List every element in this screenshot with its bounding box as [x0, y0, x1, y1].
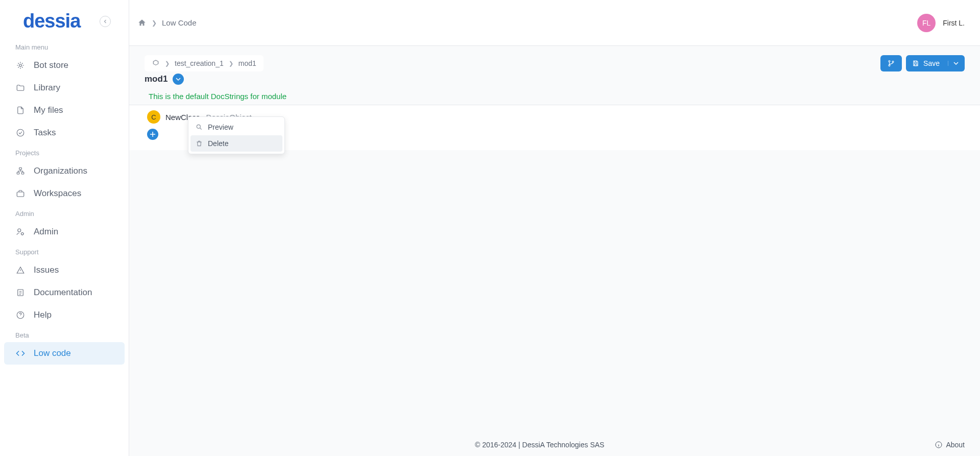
doc-icon [15, 287, 26, 298]
branch-button[interactable] [880, 55, 902, 71]
sidebar-item-label: Help [34, 310, 52, 320]
chevron-right-icon: ❯ [165, 60, 170, 67]
main-area: ❯ Low Code FL First L. ❯ test_creation_1… [129, 0, 980, 456]
svg-point-13 [197, 125, 200, 128]
sidebar-item-label: Admin [34, 227, 58, 237]
content: ❯ test_creation_1 ❯ mod1 Save [129, 46, 980, 456]
user-name[interactable]: First L. [943, 19, 965, 27]
info-icon [935, 441, 943, 449]
trash-icon [196, 140, 203, 147]
footer-about-label: About [946, 441, 965, 449]
svg-point-10 [889, 60, 890, 62]
svg-point-7 [21, 233, 24, 235]
sidebar-item-organizations[interactable]: Organizations [0, 160, 129, 182]
sidebar-item-label: My files [34, 105, 63, 115]
sidebar-item-issues[interactable]: Issues [0, 259, 129, 281]
svg-point-0 [19, 64, 22, 67]
org-icon [15, 166, 26, 176]
sidebar-item-admin[interactable]: Admin [0, 221, 129, 243]
briefcase-icon [15, 188, 26, 199]
home-icon[interactable] [137, 18, 147, 28]
expand-button[interactable] [173, 74, 184, 85]
code-icon [15, 348, 26, 358]
sidebar-item-bot-store[interactable]: Bot store [0, 54, 129, 77]
svg-point-12 [892, 61, 894, 63]
sidebar-item-my-files[interactable]: My files [0, 99, 129, 122]
branch-icon [888, 60, 895, 67]
sidebar-item-library[interactable]: Library [0, 77, 129, 99]
class-area: C NewClass DessiaObject Preview Delete [129, 105, 980, 150]
class-badge: C [147, 110, 160, 124]
footer-copyright: © 2016-2024 | DessiA Technologies SAS [475, 441, 604, 449]
sidebar: dessia Main menu Bot store Library My fi… [0, 0, 129, 456]
toolbar: ❯ test_creation_1 ❯ mod1 Save [129, 46, 980, 71]
module-title: mod1 [145, 74, 168, 84]
breadcrumb-item[interactable]: mod1 [238, 59, 256, 67]
alert-icon [15, 265, 26, 275]
sidebar-item-label: Tasks [34, 128, 56, 138]
svg-rect-5 [17, 192, 24, 197]
sidebar-item-help[interactable]: Help [0, 304, 129, 326]
add-button[interactable] [147, 129, 158, 140]
breadcrumb-item[interactable]: Low Code [162, 18, 197, 27]
file-icon [15, 105, 26, 115]
svg-rect-3 [17, 172, 19, 174]
context-menu-preview[interactable]: Preview [190, 119, 282, 135]
check-icon [15, 128, 26, 138]
context-menu: Preview Delete [188, 116, 285, 154]
plus-icon [150, 131, 156, 137]
module-docstring: This is the default DocStrings for modul… [129, 88, 980, 105]
sidebar-item-label: Library [34, 83, 60, 93]
topbar: ❯ Low Code FL First L. [129, 0, 980, 46]
save-icon [912, 60, 919, 67]
bot-icon [15, 60, 26, 70]
user-gear-icon [15, 227, 26, 237]
svg-rect-4 [21, 172, 24, 174]
sidebar-item-label: Organizations [34, 166, 87, 176]
avatar[interactable]: FL [917, 14, 936, 32]
question-icon [15, 310, 26, 320]
footer-about[interactable]: About [935, 441, 965, 449]
collapse-sidebar-button[interactable] [100, 16, 111, 27]
topbar-right: FL First L. [917, 14, 965, 32]
chevron-down-icon [948, 61, 959, 66]
sidebar-item-documentation[interactable]: Documentation [0, 281, 129, 304]
save-label: Save [923, 59, 940, 67]
logo: dessia [23, 10, 80, 32]
top-breadcrumb: ❯ Low Code [137, 18, 197, 28]
chevron-right-icon: ❯ [152, 19, 157, 27]
menu-section-admin: Admin [0, 205, 129, 221]
content-breadcrumb: ❯ test_creation_1 ❯ mod1 [145, 55, 264, 71]
search-icon [196, 124, 203, 131]
svg-rect-2 [19, 167, 22, 170]
chevron-down-icon [176, 77, 181, 82]
title-row: mod1 [129, 71, 980, 88]
sidebar-item-label: Issues [34, 265, 59, 275]
context-menu-label: Delete [208, 139, 228, 148]
sidebar-item-workspaces[interactable]: Workspaces [0, 182, 129, 205]
breadcrumb-item[interactable]: test_creation_1 [175, 59, 224, 67]
menu-section-projects: Projects [0, 144, 129, 160]
chevron-right-icon: ❯ [229, 60, 233, 67]
sidebar-item-label: Workspaces [34, 188, 81, 199]
context-menu-label: Preview [208, 123, 233, 131]
context-menu-delete[interactable]: Delete [190, 135, 282, 152]
package-icon[interactable] [152, 59, 160, 67]
menu-section-support: Support [0, 243, 129, 259]
svg-point-11 [889, 65, 890, 66]
toolbar-right: Save [880, 55, 965, 71]
sidebar-item-tasks[interactable]: Tasks [0, 122, 129, 144]
footer: © 2016-2024 | DessiA Technologies SAS Ab… [129, 434, 980, 456]
menu-section-main: Main menu [0, 38, 129, 54]
sidebar-item-label: Documentation [34, 287, 92, 298]
sidebar-item-label: Low code [34, 348, 71, 358]
chevron-left-icon [103, 19, 107, 23]
sidebar-item-label: Bot store [34, 60, 68, 70]
menu-section-beta: Beta [0, 326, 129, 342]
save-button[interactable]: Save [906, 55, 965, 71]
logo-container: dessia [0, 0, 129, 38]
sidebar-item-low-code[interactable]: Low code [4, 342, 125, 365]
svg-point-6 [18, 229, 21, 232]
svg-point-1 [17, 129, 24, 136]
folder-icon [15, 83, 26, 93]
